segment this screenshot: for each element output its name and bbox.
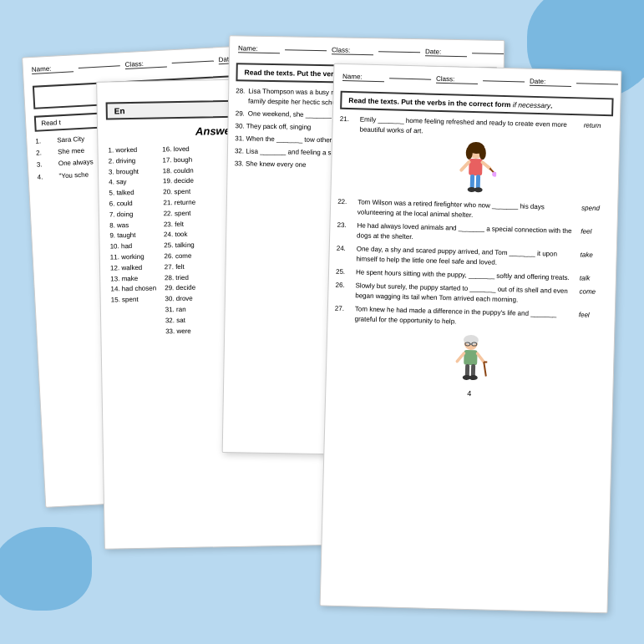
name-label-1: Name: <box>32 63 74 74</box>
name-field-4[interactable] <box>389 78 431 79</box>
q-num: 23. <box>337 221 354 241</box>
worksheet-front: Name: Class: Date: Read the texts. Put t… <box>320 63 622 614</box>
blob-decoration-bottom-left <box>0 527 92 611</box>
date-field-3[interactable] <box>472 53 505 54</box>
answer-item: 2. driving <box>109 155 155 167</box>
q-num: 32. Lisa _______ and feeling a s <box>235 147 332 156</box>
q-num: 21. <box>339 114 357 135</box>
answer-col-2: 16. loved 17. bough 18. couldn 19. decid… <box>162 143 198 339</box>
answer-item: 33. were <box>165 326 198 337</box>
q-num: 4. <box>37 171 56 181</box>
svg-rect-4 <box>469 159 483 175</box>
answer-item: 28. tried <box>165 272 197 283</box>
answer-item: 12. walked <box>110 262 156 274</box>
old-person-figure-svg <box>449 333 491 384</box>
q-answer: spend <box>581 203 611 224</box>
answer-item: 23. felt <box>164 219 196 230</box>
date-field-4[interactable] <box>576 83 618 84</box>
answer-item: 24. took <box>164 230 196 241</box>
class-field-3[interactable] <box>378 51 420 53</box>
question-27: 27. Tom knew he had made a difference in… <box>334 304 608 332</box>
answer-item: 19. decide <box>163 176 195 187</box>
figure-old-person <box>327 331 615 390</box>
name-label-3: Name: <box>238 44 280 53</box>
q-num: 29. <box>236 109 245 119</box>
q-text: He had always loved animals and _______ … <box>357 221 578 246</box>
answer-item: 9. taught <box>109 231 155 242</box>
answer-item: 6. could <box>109 199 155 210</box>
class-label-3: Class: <box>332 46 373 55</box>
q-num: 26. <box>335 281 352 302</box>
answer-item: 13. make <box>110 273 156 285</box>
answer-item: 11. working <box>110 252 156 264</box>
answer-item: 14. had chosen <box>110 284 156 296</box>
q-answer: take <box>580 250 610 271</box>
instruction-4: Read the texts. Put the verbs in the cor… <box>340 91 613 117</box>
q-num: 30. They pack off, singing <box>235 122 311 131</box>
answer-item: 27. felt <box>165 261 197 272</box>
answer-item: 29. decide <box>165 283 197 294</box>
question-23: 23. He had always loved animals and ____… <box>337 221 611 248</box>
svg-point-12 <box>474 187 482 192</box>
date-label-3: Date: <box>425 48 467 57</box>
q-answer: return <box>583 120 613 141</box>
q-num: 22. <box>337 197 355 218</box>
svg-line-19 <box>457 353 464 362</box>
figure-artist <box>331 138 619 201</box>
answer-item: 26. come <box>164 251 196 262</box>
answer-item: 17. bough <box>162 155 195 165</box>
class-label-1: Class: <box>124 58 166 69</box>
q-num: 1. <box>35 136 54 146</box>
answer-item: 8. was <box>109 220 155 231</box>
paper-header-3: Name: Class: Date: <box>230 36 504 63</box>
q-text: Tom knew he had made a difference in the… <box>354 304 576 330</box>
answer-item: 31. ran <box>165 305 198 316</box>
q-num: 27. <box>334 304 352 325</box>
question-22: 22. Tom Wilson was a retired firefighter… <box>337 197 611 225</box>
answer-item: 20. spent <box>163 187 195 198</box>
svg-line-20 <box>477 353 484 362</box>
answer-item: 30. drove <box>165 294 197 305</box>
class-field-1[interactable] <box>172 60 214 63</box>
answer-item: 3. brought <box>109 166 155 178</box>
answer-item: 5. talked <box>109 188 155 200</box>
answer-item: 21. returne <box>163 198 195 209</box>
svg-line-5 <box>461 162 469 170</box>
svg-point-26 <box>469 375 477 380</box>
name-label-4: Name: <box>342 73 384 82</box>
q-text: One day, a shy and scared puppy arrived,… <box>356 244 577 270</box>
answer-col-1: 1. worked 2. driving 3. brought 4. say 5… <box>108 144 157 340</box>
artist-figure-svg <box>454 140 497 195</box>
answer-item: 18. couldn <box>163 165 195 176</box>
q-num: 2. <box>36 148 55 158</box>
answer-item: 32. sat <box>165 315 198 326</box>
svg-rect-18 <box>464 350 477 365</box>
q-text: Tom Wilson was a retired firefighter who… <box>357 197 579 223</box>
q-answer: feel <box>578 310 608 331</box>
answer-item: 22. spent <box>164 208 196 219</box>
class-field-4[interactable] <box>483 80 525 82</box>
date-label-4: Date: <box>530 78 571 87</box>
q-text: Slowly but surely, the puppy started to … <box>355 281 576 307</box>
q-answer: come <box>579 287 609 307</box>
answer-item: 10. had <box>109 241 155 253</box>
question-21: 21. Emily _______ home feeling refreshed… <box>339 114 613 142</box>
q-num: 3. <box>37 160 56 170</box>
answer-item: 1. worked <box>108 145 154 157</box>
question-26: 26. Slowly but surely, the puppy started… <box>335 281 609 308</box>
answer-item: 15. spent <box>111 295 157 307</box>
name-field-1[interactable] <box>79 65 120 68</box>
q-num: 31. When the _______ tow other. <box>235 134 333 144</box>
answer-item: 7. doing <box>109 209 155 221</box>
q-num: 28. <box>236 86 246 106</box>
svg-line-21 <box>483 362 485 376</box>
q-num: 24. <box>336 244 353 265</box>
answer-item: 25. talking <box>164 241 196 251</box>
q-text: Emily _______ home feeling refreshed and… <box>359 114 581 140</box>
q-answer: talk <box>580 273 609 284</box>
q-num: 25. <box>336 267 352 278</box>
class-label-4: Class: <box>436 75 478 84</box>
answer-item: 4. say <box>109 177 155 189</box>
q-num: 33. She knew every one <box>235 160 307 168</box>
name-field-3[interactable] <box>285 49 327 51</box>
